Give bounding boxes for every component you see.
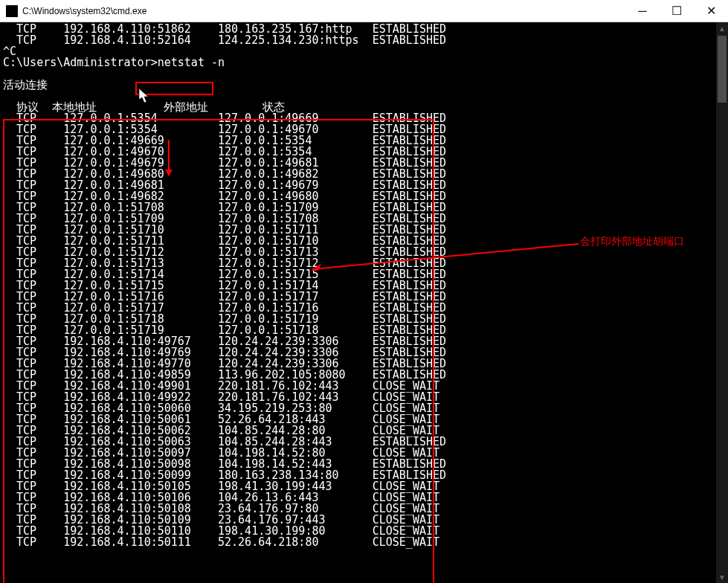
maximize-button[interactable]: ☐: [660, 0, 694, 22]
terminal-area: TCP 192.168.4.110:51862 180.163.235.167:…: [0, 22, 728, 583]
cmd-icon: [6, 5, 18, 17]
annotation-label: 会打印外部地址胡端口: [580, 235, 684, 248]
close-button[interactable]: ✕: [694, 0, 728, 22]
terminal-output[interactable]: TCP 192.168.4.110:51862 180.163.235.167:…: [0, 22, 716, 583]
titlebar[interactable]: C:\Windows\system32\cmd.exe ─ ☐ ✕: [0, 0, 728, 22]
scroll-thumb[interactable]: [718, 36, 727, 103]
window-controls: ─ ☐ ✕: [625, 0, 728, 22]
window-title: C:\Windows\system32\cmd.exe: [22, 6, 625, 16]
scroll-up-icon[interactable]: ▲: [716, 22, 728, 34]
scroll-down-icon[interactable]: ▼: [716, 571, 728, 583]
scrollbar[interactable]: ▲ ▼: [716, 22, 728, 583]
cmd-window: C:\Windows\system32\cmd.exe ─ ☐ ✕ TCP 19…: [0, 0, 728, 583]
minimize-button[interactable]: ─: [625, 0, 660, 22]
cursor-icon: [138, 88, 150, 104]
